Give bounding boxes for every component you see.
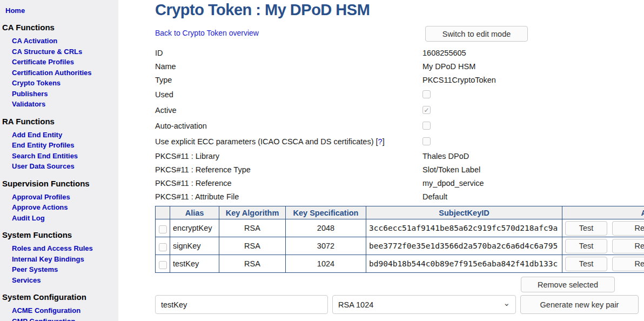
sidebar-item-user-data-sources[interactable]: User Data Sources [12,161,118,172]
action-column-header: Action [562,206,644,219]
subjectkeyid-cell: bd904b18b544c0b89e7f915e6aba842f41db133c [366,255,562,273]
test-key-button[interactable]: Test [565,221,607,236]
row-select-checkbox[interactable] [159,225,167,233]
sidebar-item-add-end-entity[interactable]: Add End Entity [12,130,118,141]
field-row-type: Type PKCS11CryptoToken [155,73,644,86]
sidebar-item-certification-authorities[interactable]: Certification Authorities [12,68,118,78]
alias-cell: testKey [170,255,219,273]
ecc-label-text: Use explicit ECC parameters (ICAO CSCA a… [155,137,374,146]
test-key-button[interactable]: Test [565,239,607,253]
key-specification-cell: 1024 [286,255,366,273]
table-row: testKey RSA 1024 bd904b18b544c0b89e7f915… [156,255,644,273]
field-row-active: Active [155,102,644,118]
used-checkbox [422,90,431,98]
sidebar-item-roles-and-access-rules[interactable]: Roles and Access Rules [12,243,118,254]
back-to-overview-link[interactable]: Back to Crypto Token overview [155,29,259,37]
active-checkbox [422,106,431,114]
generate-new-key-pair-button[interactable]: Generate new key pair [520,295,639,314]
sidebar-section-system-functions: System Functions Roles and Access Rules … [0,230,118,285]
section-title-system-configuration: System Configuration [2,292,118,303]
field-value: 1608255605 [422,49,466,57]
sidebar: Home CA Functions CA Activation CA Struc… [0,0,118,321]
field-label: ID [155,49,422,57]
subjectkeyid-cell: 3cc6ecc51af9141be85a62c919fc570d218afc9a [366,219,562,237]
field-row-id: ID 1608255605 [155,46,644,59]
sidebar-item-approve-actions[interactable]: Approve Actions [12,202,118,213]
section-title-ra-functions: RA Functions [2,116,118,127]
sidebar-item-search-end-entities[interactable]: Search End Entities [12,151,118,162]
ecc-help-link[interactable]: ? [378,137,383,146]
field-value: Default [422,192,447,201]
sidebar-item-audit-log[interactable]: Audit Log [12,213,118,224]
key-specification-cell: 3072 [286,237,366,255]
test-key-button[interactable]: Test [565,257,607,271]
field-row-pkcs11-reference: PKCS#11 : Reference my_dpod_service [155,176,644,190]
alias-cell: signKey [170,237,219,255]
table-header-row: Alias Key Algorithm Key Specification Su… [156,206,644,219]
remove-key-button[interactable]: Remove [612,239,644,253]
field-label: Use explicit ECC parameters (ICAO CSCA a… [155,137,422,146]
sidebar-item-certificate-profiles[interactable]: Certificate Profiles [12,57,118,68]
sidebar-item-end-entity-profiles[interactable]: End Entity Profiles [12,140,118,151]
table-row: signKey RSA 3072 bee3772f0e35e1d3566d2a5… [156,237,644,255]
sidebar-item-acme-configuration[interactable]: ACME Configuration [12,305,118,316]
field-label: Name [155,62,422,71]
sidebar-item-validators[interactable]: Validators [12,99,118,110]
new-key-alias-input[interactable] [155,295,328,314]
help-bracket-close: ] [383,137,385,146]
generate-key-controls: RSA 1024 ⌄ Generate new key pair [155,295,644,314]
field-row-pkcs11-reference-type: PKCS#11 : Reference Type Slot/Token Labe… [155,163,644,176]
field-label: PKCS#11 : Library [155,152,422,160]
key-algorithm-column-header: Key Algorithm [219,206,286,219]
switch-to-edit-mode-button[interactable]: Switch to edit mode [425,26,528,42]
key-spec-select-wrap: RSA 1024 ⌄ [332,295,516,314]
remove-selected-button[interactable]: Remove selected [521,277,615,292]
sidebar-item-ca-activation[interactable]: CA Activation [12,36,118,46]
key-spec-select[interactable]: RSA 1024 [332,295,516,314]
auto-activation-checkbox [422,122,431,130]
table-row: encryptKey RSA 2048 3cc6ecc51af9141be85a… [156,219,644,237]
key-algorithm-cell: RSA [219,219,286,237]
field-label: Auto-activation [155,122,422,130]
field-row-used: Used [155,86,644,102]
sidebar-section-system-configuration: System Configuration ACME Configuration … [0,292,118,321]
alias-column-header: Alias [170,206,219,219]
field-row-name: Name My DPoD HSM [155,59,644,73]
key-algorithm-cell: RSA [219,255,286,273]
section-title-system-functions: System Functions [2,230,118,240]
field-value: My DPoD HSM [422,62,475,71]
key-algorithm-cell: RSA [219,237,286,255]
sidebar-item-cmp-configuration[interactable]: CMP Configuration [12,316,118,321]
section-title-ca-functions: CA Functions [2,22,118,33]
sidebar-item-publishers[interactable]: Publishers [12,89,118,99]
sidebar-item-approval-profiles[interactable]: Approval Profiles [12,192,118,203]
field-value: PKCS11CryptoToken [422,76,496,84]
sidebar-item-services[interactable]: Services [12,275,118,286]
section-title-supervision-functions: Supervision Functions [2,178,118,189]
token-properties: ID 1608255605 Name My DPoD HSM Type PKCS… [155,46,644,203]
remove-key-button[interactable]: Remove [612,221,644,236]
explicit-ecc-checkbox[interactable] [422,137,431,145]
field-row-pkcs11-library: PKCS#11 : Library Thales DPoD [155,149,644,163]
row-select-checkbox[interactable] [159,261,167,269]
sidebar-section-supervision-functions: Supervision Functions Approval Profiles … [0,178,118,224]
subjectkeyid-column-header: SubjectKeyID [366,206,562,219]
field-label: Used [155,90,422,99]
sidebar-item-internal-key-bindings[interactable]: Internal Key Bindings [12,254,118,265]
sidebar-item-crypto-tokens[interactable]: Crypto Tokens [12,78,118,89]
field-row-explicit-ecc: Use explicit ECC parameters (ICAO CSCA a… [155,133,644,149]
field-label: PKCS#11 : Reference [155,179,422,188]
key-specification-cell: 2048 [286,219,366,237]
select-column-header [156,206,170,219]
sidebar-item-peer-systems[interactable]: Peer Systems [12,264,118,275]
field-label: PKCS#11 : Reference Type [155,165,422,174]
subjectkeyid-cell: bee3772f0e35e1d3566d2a570ba2c6a6d4c6a795 [366,237,562,255]
field-row-auto-activation: Auto-activation [155,118,644,133]
row-select-checkbox[interactable] [159,243,167,251]
sidebar-item-ca-structure-crls[interactable]: CA Structure & CRLs [12,46,118,57]
field-label: Active [155,106,422,115]
remove-key-button[interactable]: Remove [612,257,644,271]
field-value: Thales DPoD [422,152,469,160]
sidebar-item-home[interactable]: Home [5,5,118,16]
field-label: PKCS#11 : Attribute File [155,192,422,201]
